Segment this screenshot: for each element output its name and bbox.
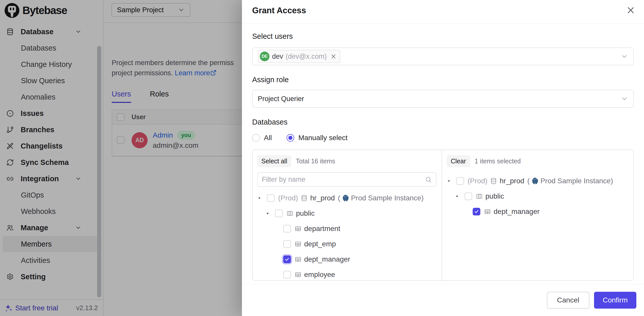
radio-manually-select[interactable]: Manually select	[287, 134, 347, 142]
caret-down-icon[interactable]	[257, 196, 267, 200]
database-icon	[301, 195, 308, 202]
cancel-button[interactable]: Cancel	[547, 292, 589, 309]
tree-checkbox-checked[interactable]	[283, 256, 291, 263]
tree-checkbox[interactable]	[275, 210, 283, 217]
tree-checkbox[interactable]	[267, 194, 275, 202]
table-icon	[484, 208, 491, 215]
tree-checkbox[interactable]	[456, 177, 464, 185]
filter-input[interactable]	[262, 176, 425, 184]
table-icon	[294, 225, 302, 232]
grant-access-modal: Grant Access Select users DE dev (dev@x.…	[242, 0, 644, 316]
schema-icon	[286, 210, 293, 217]
total-items-label: Total 16 items	[296, 157, 335, 165]
select-users-label: Select users	[252, 32, 634, 41]
radio-circle	[252, 134, 260, 142]
tree-node-schema[interactable]: public	[257, 206, 436, 221]
radio-all[interactable]: All	[252, 134, 272, 142]
postgresql-icon	[531, 177, 539, 185]
database-selected-panel: Clear 1 items selected (Prod) hr_prod ( …	[442, 150, 633, 280]
table-icon	[294, 240, 302, 248]
chevron-down-icon	[621, 53, 628, 60]
databases-label: Databases	[252, 118, 634, 127]
postgresql-icon	[342, 194, 350, 202]
database-icon	[490, 177, 497, 185]
caret-down-icon[interactable]	[447, 179, 456, 183]
selected-tree: (Prod) hr_prod ( Prod Sample Instance) p…	[447, 173, 628, 219]
tree-node-schema[interactable]: public	[447, 189, 628, 204]
modal-header: Grant Access	[242, 0, 644, 23]
table-icon	[294, 271, 302, 278]
select-all-button[interactable]: Select all	[257, 155, 291, 167]
tree-node-database[interactable]: (Prod) hr_prod ( Prod Sample Instance)	[257, 190, 436, 206]
tree-node-table[interactable]: department	[257, 221, 436, 236]
tree-checkbox[interactable]	[283, 225, 291, 233]
caret-down-icon[interactable]	[265, 211, 275, 216]
tree-node-table[interactable]: dept_emp	[257, 236, 436, 252]
tree-checkbox[interactable]	[283, 271, 291, 278]
chevron-down-icon	[621, 95, 628, 103]
tree-node-table[interactable]: employee	[257, 267, 436, 280]
modal-body: Select users DE dev (dev@x.com) Assign r…	[242, 23, 644, 284]
database-transfer-panel: Select all Total 16 items (Prod) hr_prod…	[252, 150, 634, 281]
tree-checkbox[interactable]	[465, 192, 472, 200]
radio-circle-selected	[287, 134, 294, 142]
modal-title: Grant Access	[252, 6, 634, 15]
check-icon	[285, 257, 290, 262]
assign-role-label: Assign role	[252, 76, 634, 85]
selected-user-chip: DE dev (dev@x.com)	[258, 50, 340, 63]
schema-icon	[476, 193, 483, 200]
tree-node-table[interactable]: dept_manager	[257, 252, 436, 267]
search-icon	[425, 176, 432, 183]
avatar: DE	[260, 52, 269, 61]
table-icon	[294, 256, 302, 263]
remove-chip-icon[interactable]	[330, 53, 337, 60]
tree-node-database[interactable]: (Prod) hr_prod ( Prod Sample Instance)	[447, 173, 628, 189]
filter-input-wrap	[257, 172, 436, 187]
close-icon[interactable]	[626, 5, 636, 15]
clear-button[interactable]: Clear	[447, 155, 470, 167]
users-multiselect[interactable]: DE dev (dev@x.com)	[252, 47, 634, 65]
tree-checkbox[interactable]	[283, 240, 291, 248]
database-source-panel: Select all Total 16 items (Prod) hr_prod…	[253, 150, 442, 280]
database-scope-radios: All Manually select	[252, 133, 634, 142]
tree-node-table[interactable]: dept_manager	[447, 204, 628, 219]
caret-down-icon[interactable]	[455, 194, 465, 199]
source-tree: (Prod) hr_prod ( Prod Sample Instance) p…	[257, 190, 436, 280]
confirm-button[interactable]: Confirm	[594, 292, 636, 309]
modal-footer: Cancel Confirm	[242, 284, 644, 316]
role-select[interactable]: Project Querier	[252, 90, 634, 108]
selected-count-label: 1 items selected	[475, 157, 521, 165]
tree-checkbox-checked[interactable]	[473, 208, 480, 215]
check-icon	[474, 209, 479, 214]
